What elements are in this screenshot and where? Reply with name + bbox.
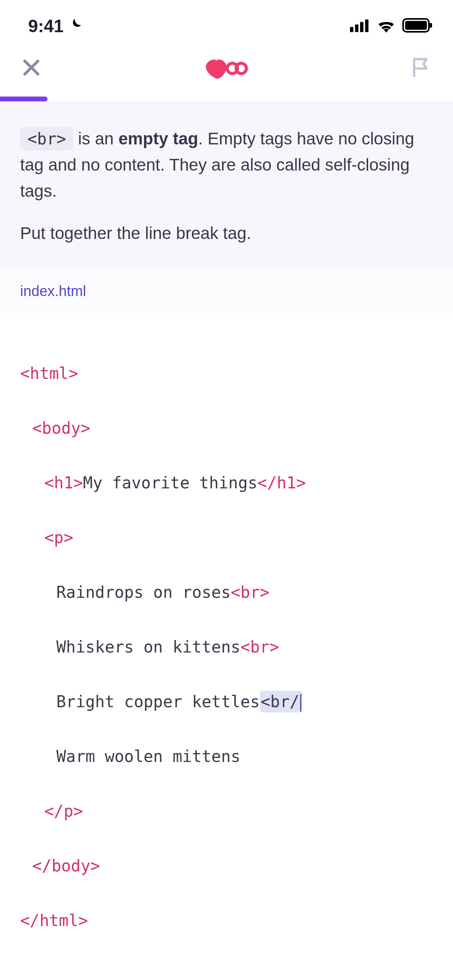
- lesson-content: <br> is an empty tag. Empty tags have no…: [0, 101, 453, 267]
- app-logo: [204, 56, 249, 80]
- moon-icon: [68, 16, 83, 36]
- close-button[interactable]: [20, 56, 43, 80]
- wifi-icon: [377, 18, 396, 34]
- progress-fill: [0, 97, 47, 101]
- status-right: [350, 18, 433, 34]
- svg-rect-0: [350, 27, 353, 32]
- status-time: 9:41: [28, 16, 64, 36]
- user-input-highlight[interactable]: <br/: [260, 691, 302, 712]
- svg-rect-2: [360, 22, 363, 32]
- file-tab[interactable]: index.html: [0, 267, 453, 312]
- lesson-instruction: Put together the line break tag.: [20, 220, 433, 246]
- lesson-explanation: <br> is an empty tag. Empty tags have no…: [20, 126, 433, 204]
- status-time-group: 9:41: [28, 16, 83, 36]
- flag-button[interactable]: [410, 56, 433, 80]
- svg-rect-1: [355, 25, 358, 32]
- nav-bar: [0, 44, 453, 97]
- cellular-icon: [350, 18, 370, 34]
- svg-rect-5: [405, 21, 427, 30]
- code-editor[interactable]: <html> <body> <h1>My favorite things</h1…: [0, 312, 453, 980]
- file-name: index.html: [20, 283, 86, 299]
- cursor-icon: [300, 694, 301, 712]
- svg-rect-3: [365, 19, 369, 32]
- battery-icon: [402, 18, 433, 34]
- status-bar: 9:41: [0, 0, 453, 44]
- svg-rect-6: [430, 23, 432, 28]
- progress-bar: [0, 97, 453, 101]
- inline-code-chip: <br>: [20, 127, 73, 150]
